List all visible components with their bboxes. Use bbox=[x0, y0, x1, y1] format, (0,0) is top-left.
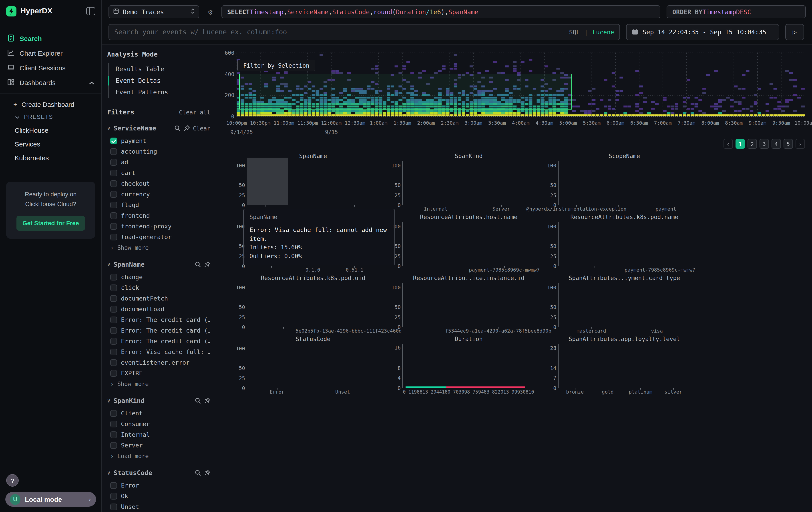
page-button-5[interactable]: 5 bbox=[784, 139, 793, 149]
page-button-3[interactable]: 3 bbox=[759, 139, 769, 149]
lucene-mode-toggle[interactable]: Lucene bbox=[592, 28, 614, 36]
sidebar-item-clickhouse[interactable]: ClickHouse bbox=[0, 123, 102, 137]
sidebar-item-dashboards[interactable]: Dashboards bbox=[0, 75, 102, 90]
filter-by-selection-button[interactable]: Filter by Selection bbox=[237, 60, 315, 71]
search-input[interactable]: Search your events w/ Lucene ex. column:… bbox=[109, 24, 620, 40]
page-button-4[interactable]: 4 bbox=[772, 139, 781, 149]
run-query-button[interactable]: ▷ bbox=[785, 24, 804, 40]
help-button[interactable]: ? bbox=[6, 474, 19, 487]
delta-chart-statuscode[interactable]: StatusCode02550100ErrorUnset bbox=[229, 336, 385, 397]
filter-checkbox-change[interactable]: change bbox=[107, 272, 210, 282]
checkbox[interactable] bbox=[110, 137, 117, 144]
sidebar-item-services[interactable]: Services bbox=[0, 137, 102, 151]
checkbox[interactable] bbox=[110, 159, 117, 165]
filter-checkbox-documentfetch[interactable]: documentFetch bbox=[107, 293, 210, 304]
checkbox[interactable] bbox=[110, 370, 117, 376]
pin-icon[interactable] bbox=[184, 125, 190, 131]
filter-checkbox-client[interactable]: Client bbox=[107, 408, 210, 419]
checkbox[interactable] bbox=[110, 359, 117, 366]
checkbox[interactable] bbox=[110, 338, 117, 344]
checkbox[interactable] bbox=[110, 274, 117, 280]
filter-checkbox-unset[interactable]: Unset bbox=[107, 501, 210, 512]
delta-chart-spanname[interactable]: SpanName02550100 bbox=[229, 153, 385, 214]
get-started-button[interactable]: Get Started for Free bbox=[16, 216, 85, 231]
search-icon[interactable] bbox=[195, 398, 201, 404]
delta-chart-spanattributes-yment-card-type[interactable]: SpanAttributes...yment.card_type02550100… bbox=[540, 275, 696, 336]
filter-checkbox-consumer[interactable]: Consumer bbox=[107, 419, 210, 429]
delta-chart-duration[interactable]: Duration04816011988132944180703098759483… bbox=[385, 336, 540, 397]
filter-group-header-spanname[interactable]: ∨SpanName bbox=[107, 261, 210, 268]
checkbox[interactable] bbox=[110, 148, 117, 155]
show-more-button[interactable]: ›Load more bbox=[107, 451, 210, 460]
filter-checkbox-eventlistener-error[interactable]: eventListener.error bbox=[107, 357, 210, 368]
checkbox[interactable] bbox=[110, 348, 117, 355]
filter-checkbox-error[interactable]: Error bbox=[107, 480, 210, 491]
filter-checkbox-error-the-credit-card-[interactable]: Error: The credit card (… bbox=[107, 314, 210, 325]
show-more-button[interactable]: ›Show more bbox=[107, 242, 210, 252]
filter-group-header-spankind[interactable]: ∨SpanKind bbox=[107, 397, 210, 404]
search-icon[interactable] bbox=[195, 261, 201, 268]
checkbox[interactable] bbox=[110, 482, 117, 489]
page-button-2[interactable]: 2 bbox=[748, 139, 757, 149]
checkbox[interactable] bbox=[110, 234, 117, 240]
checkbox[interactable] bbox=[110, 316, 117, 323]
search-icon[interactable] bbox=[174, 125, 180, 131]
sidebar-item-search[interactable]: Search bbox=[0, 31, 102, 46]
filter-checkbox-server[interactable]: Server bbox=[107, 440, 210, 451]
checkbox[interactable] bbox=[110, 180, 117, 187]
analysis-mode-event-deltas[interactable]: Event Deltas bbox=[109, 75, 210, 86]
filter-checkbox-expire[interactable]: EXPIRE bbox=[107, 368, 210, 378]
filter-checkbox-error-the-credit-card-[interactable]: Error: The credit card (… bbox=[107, 336, 210, 346]
page-prev-button[interactable]: ‹ bbox=[724, 139, 733, 149]
delta-chart-resourceattributes-k8s-pod-uid[interactable]: ResourceAttributes.k8s.pod.uid025501005e… bbox=[229, 275, 385, 336]
checkbox[interactable] bbox=[110, 503, 117, 510]
checkbox[interactable] bbox=[110, 327, 117, 334]
filter-checkbox-documentload[interactable]: documentLoad bbox=[107, 304, 210, 314]
analysis-mode-event-patterns[interactable]: Event Patterns bbox=[109, 86, 210, 98]
filter-checkbox-ad[interactable]: ad bbox=[107, 157, 210, 167]
checkbox[interactable] bbox=[110, 410, 117, 416]
filter-checkbox-flagd[interactable]: flagd bbox=[107, 199, 210, 210]
filter-checkbox-error-visa-cache-full-[interactable]: Error: Visa cache full: … bbox=[107, 346, 210, 357]
delta-chart-spankind[interactable]: SpanKind02550100InternalServer bbox=[385, 153, 540, 214]
chevron-up-icon[interactable] bbox=[89, 79, 94, 86]
checkbox[interactable] bbox=[110, 431, 117, 438]
time-range-picker[interactable]: Sep 14 22:04:35 - Sep 15 10:04:35 bbox=[626, 24, 779, 40]
delta-chart-resourceattribu-ice-instance-id[interactable]: ResourceAttribu..ice.instance.id02550100… bbox=[385, 275, 540, 336]
order-by-input[interactable]: ORDER BY Timestamp DESC bbox=[667, 5, 806, 18]
page-next-button[interactable]: › bbox=[795, 139, 805, 149]
sidebar-item-kubernetes[interactable]: Kubernetes bbox=[0, 151, 102, 165]
pin-icon[interactable] bbox=[204, 398, 210, 404]
analysis-mode-results-table[interactable]: Results Table bbox=[109, 63, 210, 75]
checkbox[interactable] bbox=[110, 493, 117, 499]
filter-checkbox-error-the-credit-card-[interactable]: Error: The credit card (… bbox=[107, 325, 210, 336]
presets-toggle[interactable]: PRESETS bbox=[0, 111, 102, 123]
checkbox[interactable] bbox=[110, 295, 117, 302]
checkbox[interactable] bbox=[110, 284, 117, 291]
delta-chart-spanattributes-app-loyalty-level[interactable]: SpanAttributes.app.loyalty.level071428br… bbox=[540, 336, 696, 397]
page-button-1[interactable]: 1 bbox=[735, 139, 745, 149]
delta-chart-resourceattributes-k8s-pod-name[interactable]: ResourceAttributes.k8s.pod.name02550100p… bbox=[540, 214, 696, 275]
delta-chart-scopename[interactable]: ScopeName02550100@hyperdx/instrumentatio… bbox=[540, 153, 696, 214]
filter-checkbox-payment[interactable]: payment bbox=[107, 135, 210, 146]
filter-checkbox-internal[interactable]: Internal bbox=[107, 429, 210, 440]
filter-group-header-statuscode[interactable]: ∨StatusCode bbox=[107, 469, 210, 476]
delta-chart-resourceattributes-host-name[interactable]: ResourceAttributes.host.name02550100paym… bbox=[385, 214, 540, 275]
pin-icon[interactable] bbox=[204, 470, 210, 476]
checkbox[interactable] bbox=[110, 212, 117, 219]
source-select[interactable]: Demo Traces bbox=[109, 5, 199, 18]
checkbox[interactable] bbox=[110, 421, 117, 427]
clear-all-button[interactable]: Clear all bbox=[179, 109, 210, 116]
checkbox[interactable] bbox=[110, 201, 117, 208]
filter-checkbox-frontend-proxy[interactable]: frontend-proxy bbox=[107, 221, 210, 232]
heatmap-selection[interactable] bbox=[239, 74, 572, 110]
sidebar-collapse-icon[interactable] bbox=[86, 7, 95, 15]
filter-checkbox-cart[interactable]: cart bbox=[107, 167, 210, 178]
pin-icon[interactable] bbox=[204, 261, 210, 268]
select-clause-input[interactable]: SELECT Timestamp, ServiceName, StatusCod… bbox=[222, 5, 660, 18]
filter-checkbox-currency[interactable]: currency bbox=[107, 189, 210, 199]
checkbox[interactable] bbox=[110, 306, 117, 312]
filter-checkbox-click[interactable]: click bbox=[107, 282, 210, 293]
sidebar-item-chart-explorer[interactable]: Chart Explorer bbox=[0, 46, 102, 60]
checkbox[interactable] bbox=[110, 191, 117, 197]
